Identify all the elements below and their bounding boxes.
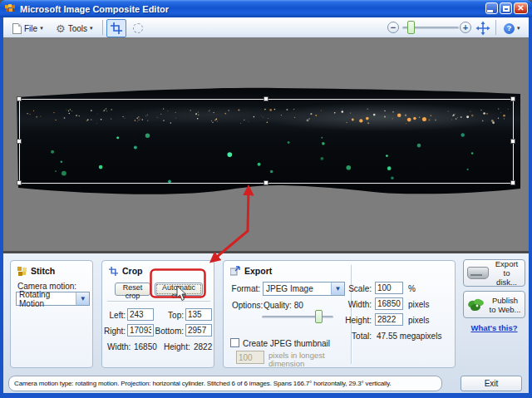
automatic-crop-button[interactable]: Automatic crop <box>155 283 203 296</box>
export-to-disk-label: Export to disk... <box>492 259 521 287</box>
export-width-unit: pixels <box>408 300 430 309</box>
crop-icon <box>111 22 122 34</box>
crop-width-value: 16850 <box>134 342 157 351</box>
export-height-label: Height: <box>332 316 372 325</box>
crop-handle[interactable] <box>511 181 515 185</box>
crop-tool-button[interactable] <box>106 19 126 37</box>
crop-icon <box>109 267 118 276</box>
crop-top-label: Top: <box>160 311 184 320</box>
crop-left-label: Left: <box>104 311 126 320</box>
crop-title: Crop <box>122 266 143 276</box>
export-height-field[interactable] <box>375 313 403 326</box>
publish-to-web-button[interactable]: Publish to Web... <box>463 291 525 318</box>
orbit-icon <box>133 23 143 33</box>
app-window: Microsoft Image Composite Editor ✕ File … <box>0 0 532 398</box>
chevron-down-icon: ▼ <box>76 292 89 305</box>
chevron-down-icon: ▾ <box>517 25 520 32</box>
scale-unit: % <box>408 284 416 293</box>
scale-field[interactable] <box>375 282 403 294</box>
scale-label: Scale: <box>332 284 372 293</box>
file-menu-button[interactable]: File ▾ <box>8 19 47 37</box>
export-panel: Export Format: JPEG Image ▼ Options: Qua… <box>223 260 456 368</box>
app-icon <box>5 3 16 14</box>
format-label: Format: <box>229 284 260 293</box>
bottom-panel: Stitch Camera motion: Rotating Motion ▼ … <box>3 251 529 393</box>
zoom-out-button[interactable]: − <box>387 22 399 33</box>
window-title: Microsoft Image Composite Editor <box>20 4 169 14</box>
help-button[interactable]: ? ▾ <box>500 19 524 37</box>
fit-view-button[interactable] <box>473 19 493 37</box>
status-bar: Camera motion type: rotating motion. Pro… <box>8 376 442 391</box>
crop-height-value: 2822 <box>194 342 212 351</box>
export-width-field[interactable] <box>375 297 403 310</box>
minimize-button[interactable] <box>485 2 498 14</box>
panorama-image <box>3 37 529 251</box>
stitch-icon <box>17 267 27 276</box>
crop-bottom-field[interactable] <box>185 324 212 337</box>
exit-button[interactable]: Exit <box>461 376 522 391</box>
options-label: Options: <box>232 301 263 310</box>
status-text: Camera motion type: rotating motion. Pro… <box>14 380 392 387</box>
quality-slider-thumb[interactable] <box>315 310 323 323</box>
export-title: Export <box>244 266 272 276</box>
fit-view-icon <box>475 21 490 36</box>
stitch-panel: Stitch Camera motion: Rotating Motion ▼ <box>10 260 93 368</box>
title-bar[interactable]: Microsoft Image Composite Editor ✕ <box>0 0 532 17</box>
export-icon <box>230 266 240 276</box>
crop-handle[interactable] <box>511 140 515 144</box>
crop-handle[interactable] <box>264 97 268 101</box>
toolbar: File ▾ ⚙ Tools ▾ − + <box>3 17 529 38</box>
publish-to-web-label: Publish to Web... <box>489 296 521 314</box>
gear-icon: ⚙ <box>56 23 66 34</box>
plant-icon <box>467 297 485 312</box>
disk-icon <box>467 267 489 279</box>
file-icon <box>12 23 22 34</box>
tools-menu-label: Tools <box>68 24 87 33</box>
thumbnail-checkbox[interactable] <box>230 338 239 347</box>
canvas-viewport[interactable] <box>3 37 529 251</box>
crop-handle[interactable] <box>17 140 22 144</box>
help-icon: ? <box>504 23 515 34</box>
crop-right-label: Right: <box>104 327 126 336</box>
close-button[interactable]: ✕ <box>514 2 528 14</box>
zoom-slider-thumb[interactable] <box>407 21 415 34</box>
total-label: Total: <box>332 332 372 341</box>
stitch-title: Stitch <box>31 266 55 276</box>
export-to-disk-button[interactable]: Export to disk... <box>463 259 525 287</box>
chevron-down-icon: ▾ <box>40 25 43 32</box>
thumbnail-hint-line2: dimension <box>268 359 304 368</box>
thumbnail-size-field[interactable] <box>236 351 264 364</box>
crop-handle[interactable] <box>17 97 22 101</box>
crop-handle[interactable] <box>17 181 22 185</box>
crop-handle[interactable] <box>264 181 268 185</box>
crop-top-field[interactable] <box>185 308 212 321</box>
total-value: 47.55 megapixels <box>377 332 441 341</box>
crop-bottom-label: Bottom: <box>150 327 184 336</box>
crop-width-label: Width: <box>107 342 131 351</box>
crop-left-field[interactable] <box>127 308 154 321</box>
format-value: JPEG Image <box>266 284 313 293</box>
toolbar-separator <box>495 20 496 35</box>
whats-this-link[interactable]: What's this? <box>463 323 525 332</box>
toolbar-separator <box>102 20 103 35</box>
client-area: File ▾ ⚙ Tools ▾ − + <box>3 17 529 393</box>
export-height-unit: pixels <box>408 316 430 325</box>
crop-handle[interactable] <box>511 97 515 101</box>
quality-slider[interactable] <box>262 316 333 318</box>
export-width-label: Width: <box>332 300 372 309</box>
tools-menu-button[interactable]: ⚙ Tools ▾ <box>52 19 97 37</box>
file-menu-label: File <box>24 24 37 33</box>
reset-crop-button[interactable]: Reset crop <box>115 283 150 296</box>
zoom-in-button[interactable]: + <box>460 22 471 33</box>
panorama-shape <box>17 88 520 194</box>
pan-tool-button[interactable] <box>128 19 148 37</box>
chevron-down-icon: ▾ <box>90 25 93 32</box>
maximize-button[interactable] <box>500 2 512 14</box>
crop-panel: Crop Reset crop Automatic crop Left: Top… <box>101 260 214 368</box>
crop-height-label: Height: <box>164 342 190 351</box>
quality-label: Quality: 80 <box>264 301 303 310</box>
thumbnail-checkbox-label: Create JPEG thumbnail <box>243 339 330 348</box>
camera-motion-dropdown[interactable]: Rotating Motion ▼ <box>16 292 90 306</box>
camera-motion-value: Rotating Motion <box>19 290 76 308</box>
